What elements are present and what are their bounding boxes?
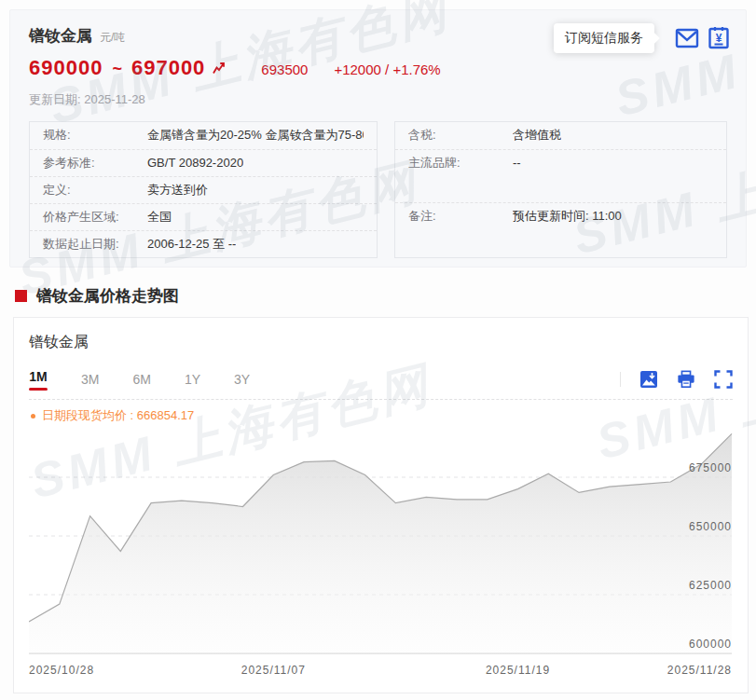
y-axis-label: 675000 <box>689 461 732 474</box>
row-value: 预估更新时间: 11:00 <box>513 203 622 255</box>
section-title-text: 镨钕金属价格走势图 <box>36 285 179 307</box>
price-tilde: ~ <box>112 60 122 79</box>
tax-table: 含税: 含增值税 主流品牌: -- 备注: 预估更新时间: 11:00 <box>394 121 727 258</box>
table-row: 定义: 卖方送到价 <box>30 176 377 203</box>
row-value: GB/T 20892-2020 <box>147 150 243 176</box>
x-axis-label: 2025/11/07 <box>241 664 306 677</box>
tools-divider <box>620 372 621 387</box>
tab-6m[interactable]: 6M <box>132 372 150 387</box>
row-label: 主流品牌: <box>408 150 513 202</box>
table-row: 参考标准: GB/T 20892-2020 <box>30 149 377 176</box>
row-label: 价格产生区域: <box>43 204 147 230</box>
tab-3y[interactable]: 3Y <box>234 372 250 387</box>
price-row: 690000 ~ 697000 693500 +12000 / +1.76% <box>29 56 727 80</box>
tab-1m[interactable]: 1M <box>29 369 48 391</box>
row-value: 2006-12-25 至 -- <box>147 231 236 257</box>
x-axis-label: 2025/10/28 <box>29 664 94 677</box>
row-label: 定义: <box>43 177 147 203</box>
chart-tools <box>620 370 733 389</box>
y-axis-label: 625000 <box>689 579 732 592</box>
row-label: 参考标准: <box>43 150 147 176</box>
table-row: 规格: 金属镨含量为20-25% 金属钕含量为75-80... <box>30 122 377 149</box>
row-label: 备注: <box>408 203 513 255</box>
x-axis-label: 2025/11/19 <box>486 664 550 677</box>
subscribe-sms-tooltip: 订阅短信服务 <box>554 23 654 53</box>
tab-1y[interactable]: 1Y <box>185 372 200 387</box>
red-square-bullet <box>15 290 27 302</box>
table-row: 主流品牌: -- <box>395 149 726 202</box>
row-label: 数据起止日期: <box>43 231 147 257</box>
row-value: 含增值税 <box>513 122 561 149</box>
y-axis-label: 650000 <box>689 520 732 533</box>
update-date-row: 更新日期: 2025-11-28 <box>29 91 727 108</box>
x-axis-label: 2025/11/28 <box>667 664 732 677</box>
fullscreen-icon[interactable] <box>714 370 733 389</box>
y-axis-label: 600000 <box>689 638 732 651</box>
page: SMM 上海有色网 SMM 上海有色网 SMM 上海有色网 SMM 上海有色网 … <box>0 0 756 700</box>
price-low: 690000 <box>29 56 103 80</box>
chart-legend[interactable]: 日期段现货均价 : 666854.17 <box>29 407 733 424</box>
row-label: 含税: <box>408 122 513 149</box>
tabs-separator <box>29 399 733 400</box>
table-row: 备注: 预估更新时间: 11:00 <box>395 202 726 255</box>
subscribe-group: 订阅短信服务 ¥ <box>554 23 731 53</box>
update-date-value: 2025-11-28 <box>84 92 145 106</box>
price-chart-card: 镨钕金属 1M 3M 6M 1Y 3Y <box>13 317 749 693</box>
info-tables: 规格: 金属镨含量为20-25% 金属钕含量为75-80... 参考标准: GB… <box>29 121 727 258</box>
page-title: 镨钕金属 <box>29 25 92 47</box>
price-average: 693500 <box>261 62 308 77</box>
row-value: 金属镨含量为20-25% 金属钕含量为75-80... <box>147 122 364 149</box>
chart-title: 镨钕金属 <box>29 333 733 352</box>
row-label: 规格: <box>43 122 147 149</box>
table-row: 价格产生区域: 全国 <box>30 203 377 230</box>
save-image-icon[interactable] <box>639 370 658 389</box>
range-tabs: 1M 3M 6M 1Y 3Y <box>29 367 733 391</box>
table-row: 数据起止日期: 2006-12-25 至 -- <box>30 230 377 257</box>
price-summary-card: 镨钕金属 元/吨 订阅短信服务 ¥ 690000 ~ 697000 <box>9 9 747 268</box>
svg-text:¥: ¥ <box>716 32 722 45</box>
tab-3m[interactable]: 3M <box>81 372 99 387</box>
price-change: +12000 / +1.76% <box>334 62 440 77</box>
row-value: 卖方送到价 <box>147 177 208 203</box>
row-value: 全国 <box>147 204 172 230</box>
price-trend-chart[interactable]: 6000006250006500006750002025/10/282025/1… <box>29 426 735 685</box>
update-date-label: 更新日期: <box>29 92 81 106</box>
spec-table: 规格: 金属镨含量为20-25% 金属钕含量为75-80... 参考标准: GB… <box>29 121 378 258</box>
subscribe-mail-icon[interactable] <box>675 26 699 50</box>
chart-section-title: 镨钕金属价格走势图 <box>15 285 179 307</box>
price-bill-icon[interactable]: ¥ <box>707 26 731 50</box>
price-unit: 元/吨 <box>100 30 125 46</box>
legend-dot-icon <box>31 414 35 419</box>
print-icon[interactable] <box>677 370 695 389</box>
table-row: 含税: 含增值税 <box>395 122 726 149</box>
legend-label: 日期段现货均价 : 666854.17 <box>42 407 194 424</box>
row-value: -- <box>513 150 521 202</box>
price-up-trend-icon <box>213 62 226 75</box>
price-high: 697000 <box>131 56 205 80</box>
